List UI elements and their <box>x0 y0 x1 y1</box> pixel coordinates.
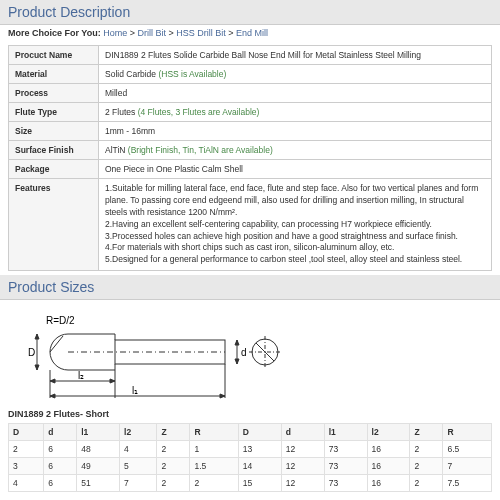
size-col: d <box>44 424 77 441</box>
size-col: l1 <box>77 424 120 441</box>
spec-label: Surface Finish <box>9 141 99 160</box>
spec-label: Features <box>9 179 99 271</box>
breadcrumb-link[interactable]: Drill Bit <box>137 28 166 38</box>
spec-table: Procuct NameDIN1889 2 Flutes Solide Carb… <box>8 45 492 271</box>
breadcrumb-link[interactable]: Home <box>103 28 127 38</box>
spec-label: Size <box>9 122 99 141</box>
table-row: 26484211312731626.5 <box>9 441 492 458</box>
label-d: d <box>241 347 247 358</box>
product-description-header: Product Description <box>0 0 500 25</box>
spec-label: Material <box>9 65 99 84</box>
label-l2: l₂ <box>78 370 84 381</box>
spec-value: DIN1889 2 Flutes Solide Carbide Ball Nos… <box>99 46 492 65</box>
size-col: Z <box>410 424 443 441</box>
spec-value: Milled <box>99 84 492 103</box>
spec-value: 2 Flutes (4 Flutes, 3 Flutes are Availab… <box>99 103 492 122</box>
label-r: R=D/2 <box>46 315 75 326</box>
table-row: 46517221512731627.5 <box>9 475 492 492</box>
breadcrumb: More Choice For You: Home > Drill Bit > … <box>0 25 500 41</box>
more-choice-label: More Choice For You: <box>8 28 103 38</box>
svg-rect-4 <box>115 340 225 364</box>
size-col: D <box>238 424 281 441</box>
size-col: R <box>443 424 492 441</box>
table-row: 3649521.51412731627 <box>9 458 492 475</box>
sizes-title: DIN1889 2 Flutes- Short <box>0 407 500 421</box>
breadcrumb-link[interactable]: HSS Drill Bit <box>176 28 226 38</box>
spec-value: Solid Carbide (HSS is Available) <box>99 65 492 84</box>
spec-value: AlTiN (Bright Finish, Tin, TiAlN are Ava… <box>99 141 492 160</box>
spec-label: Flute Type <box>9 103 99 122</box>
breadcrumb-link[interactable]: End Mill <box>236 28 268 38</box>
label-D: D <box>28 347 35 358</box>
size-col: l2 <box>367 424 410 441</box>
spec-label: Procuct Name <box>9 46 99 65</box>
size-col: D <box>9 424 44 441</box>
product-sizes-header: Product Sizes <box>0 275 500 300</box>
size-table: Ddl1l2ZRDdl1l2ZR 26484211312731626.53649… <box>8 423 492 492</box>
size-col: l2 <box>120 424 157 441</box>
size-col: R <box>190 424 238 441</box>
size-col: d <box>281 424 324 441</box>
spec-value: 1.Suitable for milling lateral face, end… <box>99 179 492 271</box>
spec-value: 1mm - 16mm <box>99 122 492 141</box>
spec-value: One Piece in One Plastic Calm Shell <box>99 160 492 179</box>
spec-label: Process <box>9 84 99 103</box>
label-l1: l₁ <box>132 385 138 396</box>
end-mill-diagram: R=D/2 D d l₂ l₁ <box>0 300 500 407</box>
spec-label: Package <box>9 160 99 179</box>
size-col: Z <box>157 424 190 441</box>
size-col: l1 <box>324 424 367 441</box>
